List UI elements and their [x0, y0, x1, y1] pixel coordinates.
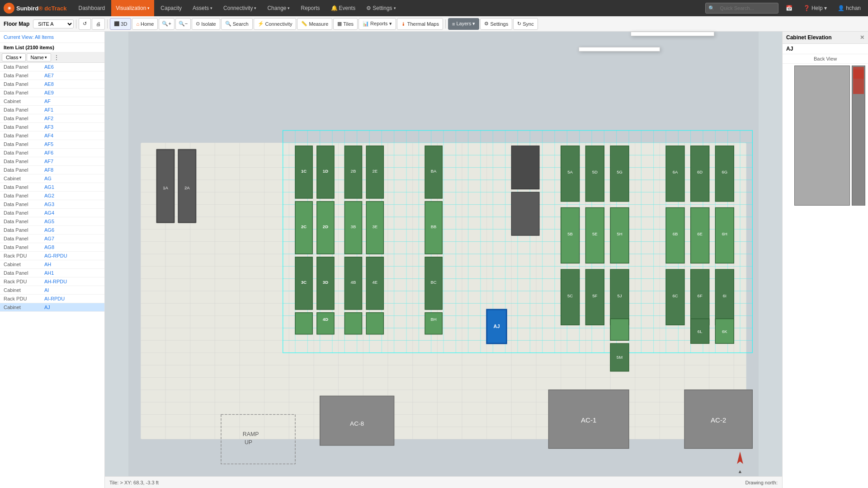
name-column-header[interactable]: Name ▾: [27, 53, 51, 61]
list-item[interactable]: Data PanelAE9: [0, 89, 104, 97]
drawing-north: Drawing north:: [745, 480, 778, 485]
list-item[interactable]: Data PanelAE7: [0, 71, 104, 80]
svg-text:AJ: AJ: [494, 324, 500, 329]
list-item[interactable]: CabinetAJ: [0, 303, 104, 312]
list-item[interactable]: Data PanelAF2: [0, 114, 104, 123]
list-item[interactable]: CabinetAG: [0, 174, 104, 183]
list-item[interactable]: Data PanelAF6: [0, 149, 104, 157]
list-item[interactable]: Rack PDUAH-RPDU: [0, 277, 104, 286]
nav-settings[interactable]: ⚙ Settings: [362, 0, 400, 16]
svg-text:6K: 6K: [722, 329, 727, 334]
svg-text:2B: 2B: [351, 169, 356, 174]
list-item[interactable]: Data PanelAF5: [0, 140, 104, 149]
list-item[interactable]: Data PanelAE8: [0, 80, 104, 89]
sidebar-item-list: Data PanelAE6Data PanelAE7Data PanelAE8D…: [0, 63, 104, 488]
zoom-in-button[interactable]: 🔍+: [159, 18, 174, 30]
svg-rect-136: [366, 313, 383, 334]
current-view-header: Current View: All Items: [0, 32, 104, 43]
settings-floor-button[interactable]: ⚙ Settings: [480, 18, 512, 30]
nav-connectivity[interactable]: Connectivity: [219, 0, 261, 16]
site-selector[interactable]: SITE A: [33, 19, 74, 28]
svg-text:BA: BA: [431, 169, 437, 174]
rack-back-thumbnail: [852, 66, 865, 206]
quick-search-input[interactable]: [717, 4, 775, 12]
svg-text:6I: 6I: [723, 293, 726, 298]
more-columns-button[interactable]: ⋮: [52, 54, 61, 61]
reports-button[interactable]: 📊 Reports ▾: [359, 18, 396, 30]
rack-visualization: [783, 64, 868, 207]
list-item[interactable]: Rack PDUAI-RPDU: [0, 295, 104, 303]
print-button[interactable]: 🖨: [92, 18, 105, 30]
sync-icon: ↻: [517, 21, 521, 27]
toolbar: Floor Map SITE A ↺ 🖨 ⬛ 3D ⌂ Home 🔍+ 🔍− ⊙…: [0, 16, 868, 32]
logo-area: ☀ Sunbird® dcTrack: [4, 3, 66, 14]
svg-text:5H: 5H: [617, 231, 622, 236]
all-items-link[interactable]: All Items: [35, 34, 54, 40]
user-btn[interactable]: 👤 hchan: [834, 3, 864, 13]
tiles-button[interactable]: ▦ Tiles: [333, 18, 358, 30]
close-cabinet-panel-button[interactable]: ✕: [860, 34, 864, 41]
measure-button[interactable]: 📏 Measure: [297, 18, 332, 30]
svg-text:UP: UP: [245, 439, 252, 446]
refresh-button[interactable]: ↺: [79, 18, 91, 30]
list-item[interactable]: Data PanelAH1: [0, 269, 104, 277]
nav-visualization[interactable]: Visualization: [111, 0, 154, 16]
list-item[interactable]: Data PanelAG4: [0, 209, 104, 217]
svg-text:AC-2: AC-2: [711, 416, 726, 424]
list-item[interactable]: Data PanelAG5: [0, 217, 104, 226]
list-item[interactable]: Data PanelAF3: [0, 123, 104, 131]
tiles-icon: ▦: [337, 21, 342, 27]
svg-text:1D: 1D: [323, 169, 328, 174]
nav-capacity[interactable]: Capacity: [156, 0, 186, 16]
zoom-out-button[interactable]: 🔍−: [175, 18, 191, 30]
svg-text:5A: 5A: [567, 169, 573, 174]
nav-reports[interactable]: Reports: [296, 0, 324, 16]
list-item[interactable]: Data PanelAG8: [0, 243, 104, 252]
nav-assets[interactable]: Assets: [188, 0, 217, 16]
nav-events[interactable]: 🔔 Events: [326, 0, 360, 16]
list-item[interactable]: Data PanelAF4: [0, 131, 104, 140]
list-item[interactable]: Data PanelAG1: [0, 183, 104, 192]
list-item[interactable]: Data PanelAG3: [0, 200, 104, 209]
search-button[interactable]: 🔍 Search: [221, 18, 253, 30]
svg-text:6G: 6G: [722, 169, 727, 174]
help-btn[interactable]: ❓ Help ▾: [800, 3, 830, 13]
list-item[interactable]: CabinetAH: [0, 260, 104, 269]
svg-text:5D: 5D: [592, 169, 598, 174]
connectivity-button[interactable]: ⚡ Connectivity: [254, 18, 297, 30]
svg-text:6H: 6H: [722, 231, 727, 236]
list-item[interactable]: Rack PDUAG-RPDU: [0, 252, 104, 260]
measure-icon: 📏: [301, 21, 307, 27]
list-item[interactable]: CabinetAF: [0, 97, 104, 106]
layers-button[interactable]: ≡ Layers ▾: [448, 18, 480, 30]
svg-text:5C: 5C: [567, 293, 573, 298]
list-item[interactable]: Data PanelAE6: [0, 63, 104, 71]
list-item[interactable]: Data PanelAF1: [0, 106, 104, 114]
nav-right-area: 🔍 📅 ❓ Help ▾ 👤 hchan: [705, 3, 864, 14]
rack-numbers-column: [785, 66, 793, 206]
nav-change[interactable]: Change: [263, 0, 294, 16]
svg-text:AC-8: AC-8: [350, 420, 364, 427]
3d-button[interactable]: ⬛ 3D: [110, 18, 131, 30]
svg-text:1C: 1C: [301, 169, 307, 174]
floor-bottom-bar: Tile: > XY: 68.3, -3.3 ft Drawing north:: [105, 476, 782, 488]
top-navigation: ☀ Sunbird® dcTrack Dashboard Visualizati…: [0, 0, 868, 16]
svg-text:3B: 3B: [351, 224, 356, 229]
list-item[interactable]: CabinetAI: [0, 286, 104, 295]
list-item[interactable]: Data PanelAG7: [0, 235, 104, 243]
search-area[interactable]: 🔍: [705, 3, 778, 14]
isolate-button[interactable]: ⊙ Isolate: [192, 18, 220, 30]
thermal-maps-button[interactable]: 🌡 Thermal Maps: [397, 18, 443, 30]
cabinet-elevation-panel: Cabinet Elevation ✕ AJ Back View: [782, 32, 868, 488]
list-item[interactable]: Data PanelAF8: [0, 166, 104, 174]
home-button[interactable]: ⌂ Home: [132, 18, 158, 30]
class-column-header[interactable]: Class ▾: [2, 53, 26, 61]
list-item[interactable]: Data PanelAG6: [0, 226, 104, 235]
nav-dashboard[interactable]: Dashboard: [74, 0, 109, 16]
list-item[interactable]: Data PanelAG2: [0, 192, 104, 200]
list-item[interactable]: Data PanelAF7: [0, 157, 104, 166]
calendar-icon-btn[interactable]: 📅: [782, 3, 796, 13]
floor-3d-view[interactable]: 1A 2A 1C 2C 3C: [105, 32, 782, 476]
sync-button[interactable]: ↻ Sync: [513, 18, 538, 30]
sidebar-column-headers: Class ▾ Name ▾ ⋮: [0, 52, 104, 63]
